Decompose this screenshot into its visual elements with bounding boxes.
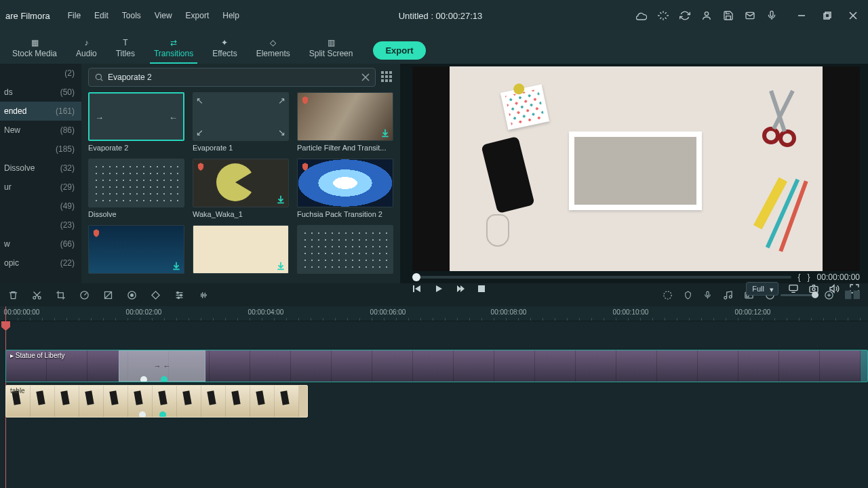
svg-point-0 bbox=[705, 12, 708, 16]
user-icon[interactable] bbox=[701, 10, 712, 21]
tab-label: Transitions bbox=[154, 49, 193, 58]
category-row[interactable]: w(66) bbox=[0, 235, 81, 253]
transition-thumb[interactable]: Waka_Waka_1 bbox=[193, 159, 289, 218]
svg-point-50 bbox=[178, 297, 180, 299]
clip-statue-of-liberty[interactable]: Statue of Liberty Freeze Frame → ← bbox=[5, 350, 868, 382]
audio-wave-icon[interactable] bbox=[198, 290, 210, 300]
zoom-in-icon[interactable] bbox=[824, 290, 834, 300]
sparkle-icon[interactable] bbox=[658, 10, 669, 21]
thumb-label: Dissolve bbox=[88, 210, 184, 218]
transition-thumb[interactable]: ↖↗↙↘Evaporate 1 bbox=[193, 92, 289, 152]
preview-canvas[interactable] bbox=[412, 66, 860, 271]
mixer-icon[interactable] bbox=[723, 290, 733, 300]
crop-icon[interactable] bbox=[56, 290, 66, 300]
bracket-in[interactable]: { bbox=[798, 272, 801, 282]
category-row[interactable]: opic(22) bbox=[0, 253, 81, 272]
tab-stock-media[interactable]: ▦Stock Media bbox=[3, 34, 66, 64]
transition-thumb[interactable]: Dissolve bbox=[88, 159, 184, 218]
tab-label: Elements bbox=[256, 49, 290, 58]
tab-split-screen[interactable]: ▥Split Screen bbox=[300, 34, 363, 64]
tab-titles[interactable]: TTitles bbox=[106, 34, 144, 64]
transition-thumb[interactable] bbox=[297, 225, 393, 277]
transition-thumb[interactable]: Fuchsia Pack Transition 2 bbox=[297, 159, 393, 218]
keyframe-icon[interactable] bbox=[151, 290, 161, 300]
category-row[interactable]: Dissolve(32) bbox=[0, 159, 81, 178]
grid-view-icon[interactable] bbox=[381, 71, 393, 83]
ruler-label: 00:00:10:00 bbox=[613, 308, 649, 316]
category-row[interactable]: (23) bbox=[0, 216, 81, 235]
category-row[interactable]: (2) bbox=[0, 64, 81, 83]
play-button[interactable] bbox=[434, 284, 443, 293]
video-track-2[interactable]: table bbox=[0, 385, 868, 418]
adjust-icon[interactable] bbox=[174, 290, 184, 300]
tab-elements[interactable]: ◇Elements bbox=[247, 34, 300, 64]
save-icon[interactable] bbox=[723, 10, 734, 21]
menu-view[interactable]: View bbox=[149, 8, 178, 23]
menu-help[interactable]: Help bbox=[217, 8, 245, 23]
delete-icon[interactable] bbox=[8, 290, 18, 300]
clip-table[interactable]: table bbox=[5, 385, 308, 418]
transition-thumb[interactable] bbox=[193, 225, 289, 277]
marker-icon[interactable] bbox=[684, 290, 692, 300]
preview-quality-select[interactable]: Full▾ bbox=[746, 282, 778, 296]
category-row[interactable]: (49) bbox=[0, 197, 81, 216]
thumb-label: Evaporate 1 bbox=[193, 144, 289, 152]
download-icon bbox=[172, 261, 181, 270]
svg-rect-68 bbox=[845, 291, 851, 300]
mic-icon[interactable] bbox=[766, 10, 777, 21]
record-icon[interactable] bbox=[127, 290, 137, 300]
svg-point-48 bbox=[177, 291, 179, 293]
clear-search-icon[interactable] bbox=[361, 73, 370, 81]
svg-rect-17 bbox=[389, 75, 392, 78]
thumb-label: Waka_Waka_1 bbox=[193, 210, 289, 218]
tab-audio[interactable]: ♪Audio bbox=[66, 34, 106, 64]
category-row[interactable]: ds(50) bbox=[0, 83, 81, 102]
menu-export[interactable]: Export bbox=[180, 8, 215, 23]
timeline[interactable]: 00:00:00:0000:00:02:0000:00:04:0000:00:0… bbox=[0, 306, 868, 488]
zoom-slider[interactable] bbox=[781, 294, 818, 296]
prev-frame-button[interactable] bbox=[412, 284, 422, 293]
refresh-icon[interactable] bbox=[679, 10, 690, 21]
category-row[interactable]: ur(29) bbox=[0, 178, 81, 197]
svg-point-22 bbox=[781, 131, 794, 145]
tab-transitions[interactable]: ⇄Transitions bbox=[144, 34, 203, 64]
transition-thumb[interactable] bbox=[88, 225, 184, 277]
cloud-icon[interactable] bbox=[636, 10, 647, 21]
play-all-button[interactable] bbox=[456, 284, 465, 293]
voiceover-icon[interactable] bbox=[703, 290, 712, 300]
category-row[interactable]: ended(161) bbox=[0, 102, 81, 121]
menu-file[interactable]: File bbox=[62, 8, 86, 23]
download-icon bbox=[276, 195, 285, 204]
speed-icon[interactable] bbox=[79, 290, 90, 300]
ruler-label: 00:00:00:00 bbox=[4, 308, 40, 316]
timeline-ruler[interactable]: 00:00:00:0000:00:02:0000:00:04:0000:00:0… bbox=[0, 306, 868, 321]
preview-scrubber[interactable] bbox=[412, 276, 791, 279]
mail-icon[interactable] bbox=[745, 10, 755, 21]
export-button[interactable]: Export bbox=[373, 41, 425, 60]
search-box[interactable] bbox=[88, 68, 376, 87]
cut-icon[interactable] bbox=[32, 290, 42, 300]
svg-marker-29 bbox=[460, 285, 465, 292]
ruler-label: 00:00:06:00 bbox=[370, 308, 406, 316]
svg-rect-14 bbox=[389, 71, 392, 74]
transition-thumb[interactable]: Particle Filter And Transit... bbox=[297, 92, 393, 152]
bracket-out[interactable]: } bbox=[808, 272, 810, 282]
tab-effects[interactable]: ✦Effects bbox=[203, 34, 246, 64]
stop-button[interactable] bbox=[477, 285, 486, 293]
transition-thumb[interactable]: →←Evaporate 2 bbox=[88, 92, 184, 152]
close-button[interactable] bbox=[844, 6, 863, 25]
search-input[interactable] bbox=[108, 73, 357, 82]
color-icon[interactable] bbox=[103, 290, 113, 300]
video-track-1[interactable]: Statue of Liberty Freeze Frame → ← bbox=[0, 350, 868, 382]
menu-tools[interactable]: Tools bbox=[117, 8, 146, 23]
svg-point-57 bbox=[664, 291, 671, 298]
minimize-button[interactable] bbox=[792, 6, 811, 25]
category-row[interactable]: New(86) bbox=[0, 121, 81, 140]
fit-timeline-icon[interactable] bbox=[845, 289, 860, 300]
category-row[interactable]: (185) bbox=[0, 140, 81, 159]
menu-edit[interactable]: Edit bbox=[89, 8, 114, 23]
svg-marker-27 bbox=[436, 285, 442, 292]
maximize-button[interactable] bbox=[818, 6, 837, 25]
svg-point-8 bbox=[96, 74, 101, 79]
render-icon[interactable] bbox=[663, 290, 673, 300]
